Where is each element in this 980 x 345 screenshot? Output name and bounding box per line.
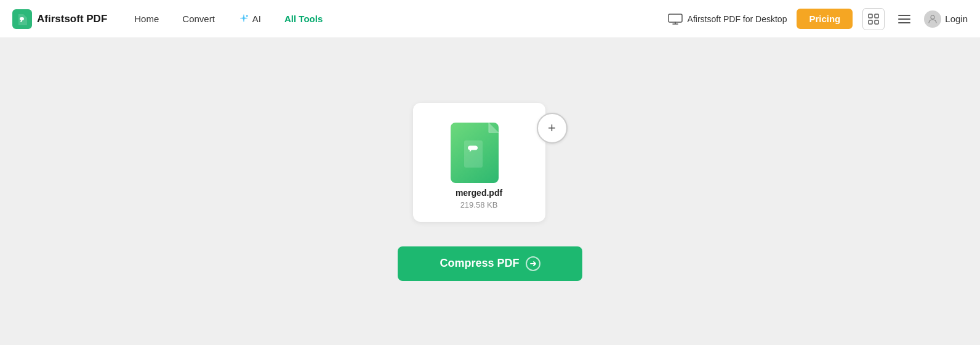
login-button[interactable]: Login <box>924 10 968 28</box>
svg-rect-9 <box>464 140 483 168</box>
desktop-button[interactable]: Afirstsoft PDF for Desktop <box>668 14 787 25</box>
compress-arrow-icon <box>526 256 540 271</box>
main-nav: Home Convert AI All Tools <box>124 9 667 30</box>
nav-ai[interactable]: AI <box>228 9 271 30</box>
svg-rect-6 <box>875 20 878 24</box>
svg-point-1 <box>246 15 248 17</box>
compress-pdf-button[interactable]: Compress PDF <box>398 246 582 281</box>
svg-rect-5 <box>869 20 872 24</box>
logo-text: Afirstsoft PDF <box>37 13 107 25</box>
nav-convert[interactable]: Convert <box>172 9 225 29</box>
compress-label: Compress PDF <box>440 257 519 270</box>
svg-rect-3 <box>869 14 872 18</box>
monitor-icon <box>668 14 683 25</box>
grid-menu-button[interactable] <box>862 8 885 30</box>
file-card: merged.pdf 219.58 KB <box>413 103 545 222</box>
svg-rect-4 <box>875 14 878 18</box>
add-file-button[interactable]: + <box>537 113 568 144</box>
logo-icon <box>12 9 32 29</box>
header-right: Afirstsoft PDF for Desktop Pricing <box>668 8 968 30</box>
pricing-button[interactable]: Pricing <box>797 9 853 29</box>
pdf-file-icon <box>448 120 510 188</box>
ai-star-icon <box>238 14 249 25</box>
main-header: Afirstsoft PDF Home Convert AI All Tools… <box>0 0 980 38</box>
hamburger-menu-button[interactable] <box>894 11 914 27</box>
nav-all-tools[interactable]: All Tools <box>275 9 332 29</box>
grid-icon <box>868 14 879 25</box>
avatar-icon <box>924 10 941 28</box>
svg-rect-2 <box>669 14 682 22</box>
desktop-label: Afirstsoft PDF for Desktop <box>688 14 787 24</box>
svg-point-7 <box>931 15 934 19</box>
file-area: merged.pdf 219.58 KB + <box>413 103 568 222</box>
login-label: Login <box>945 14 968 24</box>
main-content: merged.pdf 219.58 KB + Compress PDF <box>0 38 980 345</box>
logo-area[interactable]: Afirstsoft PDF <box>12 9 107 29</box>
nav-home[interactable]: Home <box>124 9 169 29</box>
file-name: merged.pdf <box>456 188 502 198</box>
file-size: 219.58 KB <box>460 200 498 209</box>
